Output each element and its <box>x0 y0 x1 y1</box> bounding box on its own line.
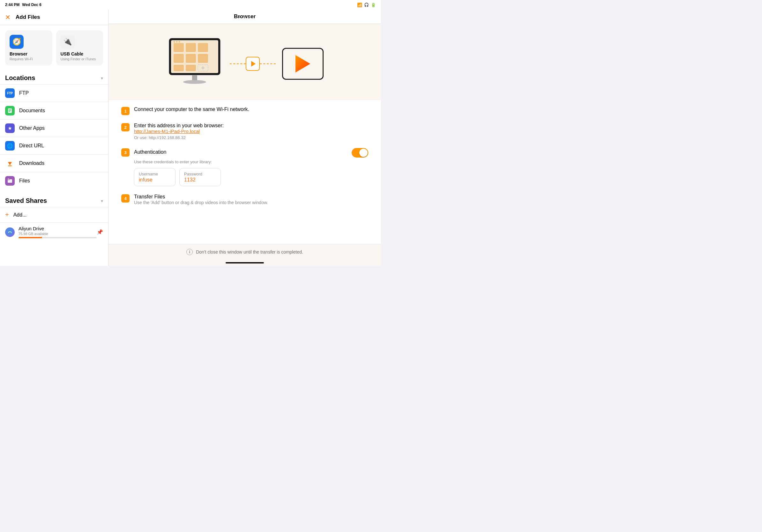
step-2-link[interactable]: http://James-M1-iPad-Pro.local <box>134 129 368 134</box>
browser-card-title: Browser <box>10 51 48 56</box>
step-2: 2 Enter this address in your web browser… <box>121 123 368 140</box>
dots-menu[interactable]: • • • <box>239 14 251 21</box>
toggle-knob <box>359 149 368 157</box>
infuse-logo-box <box>282 48 324 80</box>
add-plus-icon: + <box>5 211 9 219</box>
pin-icon: 📌 <box>97 229 103 235</box>
status-bar: 2:44 PM Wed Dec 6 📶 🎧 🔋 <box>0 0 381 10</box>
usb-card[interactable]: 🔌 USB Cable Using Finder or iTunes <box>56 30 104 65</box>
step-4-title: Transfer Files <box>134 194 165 199</box>
password-field: Password 1132 <box>179 168 221 186</box>
status-date: Wed Dec 6 <box>22 3 41 7</box>
step-1: 1 Connect your computer to the same Wi-F… <box>121 106 368 115</box>
headphone-icon: 🎧 <box>364 3 369 7</box>
add-share-button[interactable]: + Add... <box>0 207 108 222</box>
step-3: 3 Authentication Use these credentials t… <box>121 148 368 186</box>
right-header: • • • Browser <box>109 10 381 24</box>
username-value: infuse <box>139 177 171 183</box>
saved-shares-title: Saved Shares <box>5 197 47 204</box>
svg-point-27 <box>176 41 178 43</box>
aliyun-drive-storage: 75.98 GB available <box>19 232 97 236</box>
svg-rect-13 <box>174 43 184 52</box>
sidebar-item-downloads[interactable]: Downloads <box>0 154 108 172</box>
step-4-content: Transfer Files Use the 'Add' button or d… <box>134 194 368 205</box>
locations-chevron: ▾ <box>101 76 103 81</box>
home-indicator <box>109 260 381 266</box>
status-bar-right: 📶 🎧 🔋 <box>357 3 376 7</box>
step-1-text: Connect your computer to the same Wi-Fi … <box>134 106 249 112</box>
step-2-alt: Or use: http://192.168.86.32 <box>134 135 186 140</box>
home-bar <box>226 262 264 263</box>
footer-text: Don't close this window until the transf… <box>196 249 303 254</box>
step-2-content: Enter this address in your web browser: … <box>134 123 368 140</box>
step-3-content: Authentication Use these credentials to … <box>134 148 368 186</box>
transfer-arrow <box>230 57 276 71</box>
step-3-number: 3 <box>121 148 129 157</box>
password-label: Password <box>184 171 216 176</box>
step-3-header: Authentication <box>134 148 368 158</box>
play-button-small <box>246 57 260 71</box>
usb-card-title: USB Cable <box>61 51 99 56</box>
ftp-icon: FTP <box>5 88 15 98</box>
svg-point-10 <box>7 230 12 235</box>
files-icon <box>5 176 15 186</box>
step-4-desc: Use the 'Add' button or drag & drop vide… <box>134 200 268 205</box>
other-apps-label: Other Apps <box>19 125 45 131</box>
aliyun-drive-info: Aliyun Drive 75.98 GB available <box>19 226 97 238</box>
aliyun-drive-icon <box>5 228 15 237</box>
step-4: 4 Transfer Files Use the 'Add' button or… <box>121 194 368 205</box>
aliyun-drive-progress-bar <box>19 237 97 238</box>
aliyun-drive-progress-fill <box>19 237 42 238</box>
svg-rect-2 <box>9 110 11 111</box>
sidebar-item-ftp[interactable]: FTP FTP <box>0 84 108 102</box>
locations-title: Locations <box>5 74 35 82</box>
password-value: 1132 <box>184 177 216 183</box>
saved-shares-chevron: ▾ <box>101 198 103 204</box>
svg-point-26 <box>174 41 175 43</box>
auth-toggle[interactable] <box>352 148 368 158</box>
svg-rect-6 <box>8 166 12 166</box>
step-4-number: 4 <box>121 194 129 203</box>
status-bar-left: 2:44 PM Wed Dec 6 <box>5 3 41 7</box>
step-2-number: 2 <box>121 123 129 131</box>
other-apps-icon: ★ <box>5 123 15 133</box>
browser-card[interactable]: 🧭 Browser Requires Wi-Fi <box>5 30 52 65</box>
monitor-svg <box>166 37 223 89</box>
browser-illustration <box>109 24 381 100</box>
svg-rect-19 <box>174 65 184 71</box>
step-3-subtitle: Use these credentials to enter your libr… <box>134 160 368 164</box>
aliyun-drive-name: Aliyun Drive <box>19 226 97 231</box>
svg-point-28 <box>179 41 180 43</box>
svg-marker-5 <box>8 162 12 165</box>
usb-card-icon: 🔌 <box>61 35 75 49</box>
files-label: Files <box>19 178 30 184</box>
sidebar-item-other-apps[interactable]: ★ Other Apps <box>0 119 108 137</box>
method-cards: 🧭 Browser Requires Wi-Fi 🔌 USB Cable Usi… <box>0 25 108 71</box>
monitor-container <box>166 37 223 91</box>
direct-url-label: Direct URL <box>19 143 44 149</box>
svg-rect-9 <box>8 179 9 179</box>
right-panel: • • • Browser <box>109 10 381 266</box>
direct-url-icon: 🌐 <box>5 141 15 151</box>
documents-icon <box>5 106 15 115</box>
svg-rect-18 <box>198 54 208 63</box>
info-circle-icon: ℹ <box>187 249 193 255</box>
add-files-title: Add Files <box>16 14 40 21</box>
close-button[interactable]: ✕ <box>5 13 11 21</box>
browser-card-subtitle: Requires Wi-Fi <box>10 57 48 61</box>
sidebar-item-documents[interactable]: Documents <box>0 102 108 119</box>
add-label: Add... <box>13 212 27 218</box>
downloads-icon <box>5 159 15 168</box>
sidebar-item-files[interactable]: Files <box>0 172 108 189</box>
status-time: 2:44 PM <box>5 3 20 7</box>
step-1-number: 1 <box>121 107 129 115</box>
svg-rect-20 <box>186 65 196 71</box>
locations-section-header: Locations ▾ <box>0 71 108 84</box>
username-field: Username infuse <box>134 168 176 186</box>
steps-container: 1 Connect your computer to the same Wi-F… <box>109 100 381 244</box>
documents-label: Documents <box>19 108 45 113</box>
aliyun-drive-item[interactable]: Aliyun Drive 75.98 GB available 📌 <box>0 222 108 241</box>
svg-rect-14 <box>186 43 196 52</box>
usb-card-subtitle: Using Finder or iTunes <box>61 57 99 61</box>
sidebar-item-direct-url[interactable]: 🌐 Direct URL <box>0 137 108 154</box>
